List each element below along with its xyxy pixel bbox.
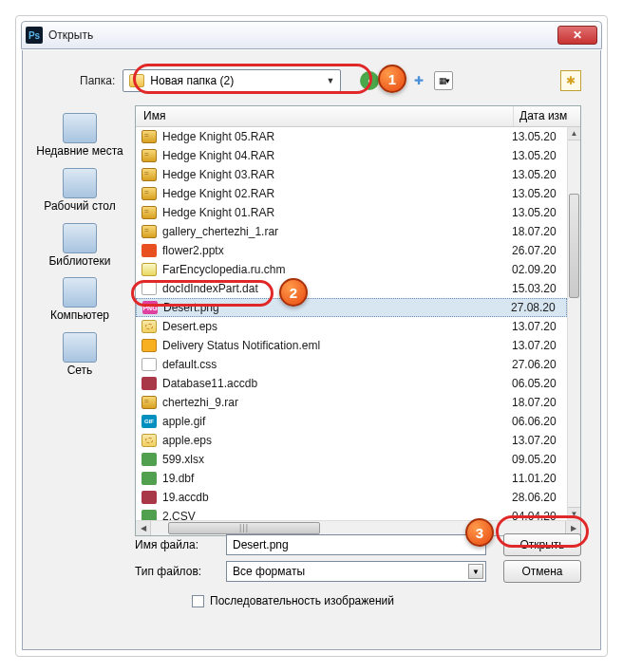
rar-file-icon xyxy=(142,187,157,200)
place-label: Сеть xyxy=(67,364,93,378)
filetype-combo[interactable]: Все форматы ▼ xyxy=(226,561,486,582)
file-name: Hedge Knight 01.RAR xyxy=(162,206,506,219)
place-label: Рабочий стол xyxy=(44,200,115,214)
folder-name: Новая папка (2) xyxy=(150,74,326,87)
file-name: chertezhi_9.rar xyxy=(162,396,506,409)
filename-label: Имя файла: xyxy=(135,538,217,551)
scroll-up-icon[interactable]: ▲ xyxy=(568,127,580,140)
folder-row: Папка: Новая папка (2) ▼ ‹ ⇪ ✚ ▦▾ ✱ xyxy=(80,67,581,94)
place-icon xyxy=(63,332,97,363)
file-date: 13.05.20 xyxy=(512,187,561,200)
bottom-controls: Имя файла: Desert.png Открыть Тип файлов… xyxy=(135,532,581,636)
scroll-thumb[interactable] xyxy=(569,194,579,298)
file-date: 18.07.20 xyxy=(512,396,561,409)
open-button[interactable]: Открыть xyxy=(503,533,581,556)
filetype-row: Тип файлов: Все форматы ▼ Отмена xyxy=(135,558,581,585)
folder-toolbar: ‹ ⇪ ✚ ▦▾ xyxy=(360,71,453,90)
file-row[interactable]: Delivery Status Notification.eml13.07.20 xyxy=(136,336,567,355)
back-icon[interactable]: ‹ xyxy=(360,71,379,90)
places-item[interactable]: Недавние места xyxy=(32,113,127,159)
new-folder-icon[interactable]: ✚ xyxy=(409,71,428,90)
folder-label: Папка: xyxy=(80,74,115,87)
file-row[interactable]: PNGDesert.png27.08.20 xyxy=(136,298,567,317)
rar-file-icon xyxy=(142,396,157,409)
annotation-badge-3: 3 xyxy=(465,518,494,547)
file-date: 13.07.20 xyxy=(512,339,561,352)
file-date: 09.05.20 xyxy=(512,453,561,466)
eps-file-icon xyxy=(142,320,157,333)
file-row[interactable]: 19.dbf11.01.20 xyxy=(136,469,567,488)
file-list: Имя Дата изм Hedge Knight 05.RAR13.05.20… xyxy=(135,105,581,536)
places-item[interactable]: Рабочий стол xyxy=(32,168,127,214)
file-row[interactable]: Database11.accdb06.05.20 xyxy=(136,374,567,393)
sequence-checkbox[interactable] xyxy=(192,595,204,607)
file-name: Hedge Knight 04.RAR xyxy=(162,149,506,162)
place-label: Недавние места xyxy=(36,145,123,159)
cancel-button[interactable]: Отмена xyxy=(503,560,581,583)
folder-combo[interactable]: Новая папка (2) ▼ xyxy=(123,69,341,92)
view-menu-icon[interactable]: ▦▾ xyxy=(434,71,453,90)
file-name: Hedge Knight 05.RAR xyxy=(162,130,506,143)
place-icon xyxy=(63,223,97,253)
file-date: 18.07.20 xyxy=(512,225,561,238)
column-date[interactable]: Дата изм xyxy=(514,106,580,126)
file-name: Database11.accdb xyxy=(162,377,506,390)
file-date: 06.06.20 xyxy=(512,415,561,428)
places-item[interactable]: Компьютер xyxy=(32,277,127,323)
rar-file-icon xyxy=(142,130,157,143)
chevron-down-icon: ▼ xyxy=(468,564,483,579)
file-name: 19.accdb xyxy=(162,491,506,504)
file-row[interactable]: 599.xlsx09.05.20 xyxy=(136,450,567,469)
file-date: 13.05.20 xyxy=(512,168,561,181)
file-row[interactable]: apple.eps13.07.20 xyxy=(136,431,567,450)
file-name: Hedge Knight 03.RAR xyxy=(162,168,506,181)
rar-file-icon xyxy=(142,149,157,162)
column-name[interactable]: Имя xyxy=(136,106,514,126)
file-row[interactable]: default.css27.06.20 xyxy=(136,355,567,374)
file-name: 599.xlsx xyxy=(162,453,506,466)
file-row[interactable]: 19.accdb28.06.20 xyxy=(136,488,567,507)
folder-icon xyxy=(129,74,144,87)
file-name: Desert.png xyxy=(163,301,505,314)
file-name: gallery_chertezhi_1.rar xyxy=(162,225,506,238)
file-name: Hedge Knight 02.RAR xyxy=(162,187,506,200)
file-list-header: Имя Дата изм xyxy=(136,106,580,127)
file-row[interactable]: GIFapple.gif06.06.20 xyxy=(136,412,567,431)
file-rows: Hedge Knight 05.RAR13.05.20Hedge Knight … xyxy=(136,127,567,520)
filename-input[interactable]: Desert.png xyxy=(226,534,486,555)
file-row[interactable]: flower2.pptx26.07.20 xyxy=(136,241,567,260)
eps-file-icon xyxy=(142,434,157,447)
file-name: docIdIndexPart.dat xyxy=(162,282,506,295)
favorite-icon[interactable]: ✱ xyxy=(560,70,581,91)
filename-row: Имя файла: Desert.png Открыть xyxy=(135,532,581,558)
file-date: 27.06.20 xyxy=(512,358,561,371)
csv-file-icon xyxy=(142,510,157,520)
file-row[interactable]: Hedge Knight 05.RAR13.05.20 xyxy=(136,127,567,146)
filetype-value: Все форматы xyxy=(233,565,305,578)
cancel-button-label: Отмена xyxy=(521,565,562,578)
chm-file-icon xyxy=(142,263,157,276)
places-item[interactable]: Сеть xyxy=(32,332,127,378)
file-row[interactable]: Desert.eps13.07.20 xyxy=(136,317,567,336)
ppt-file-icon xyxy=(142,244,157,257)
scroll-down-icon[interactable]: ▼ xyxy=(568,507,580,520)
file-date: 11.01.20 xyxy=(512,472,561,485)
close-button[interactable]: ✕ xyxy=(557,26,597,45)
file-row[interactable]: docIdIndexPart.dat15.03.20 xyxy=(136,279,567,298)
file-name: 2.CSV xyxy=(162,510,506,520)
file-row[interactable]: gallery_chertezhi_1.rar18.07.20 xyxy=(136,222,567,241)
dat-file-icon xyxy=(142,282,157,295)
file-row[interactable]: chertezhi_9.rar18.07.20 xyxy=(136,393,567,412)
file-row[interactable]: Hedge Knight 02.RAR13.05.20 xyxy=(136,184,567,203)
file-row[interactable]: Hedge Knight 04.RAR13.05.20 xyxy=(136,146,567,165)
file-row[interactable]: FarEncyclopedia.ru.chm02.09.20 xyxy=(136,260,567,279)
file-row[interactable]: Hedge Knight 03.RAR13.05.20 xyxy=(136,165,567,184)
places-item[interactable]: Библиотеки xyxy=(32,223,127,269)
accdb-file-icon xyxy=(142,491,157,504)
vertical-scrollbar[interactable]: ▲ ▼ xyxy=(567,127,580,520)
file-date: 13.05.20 xyxy=(512,130,561,143)
png-file-icon: PNG xyxy=(142,301,158,314)
file-row[interactable]: 2.CSV04.04.20 xyxy=(136,507,567,520)
file-row[interactable]: Hedge Knight 01.RAR13.05.20 xyxy=(136,203,567,222)
places-bar: Недавние местаРабочий столБиблиотекиКомп… xyxy=(32,107,127,526)
